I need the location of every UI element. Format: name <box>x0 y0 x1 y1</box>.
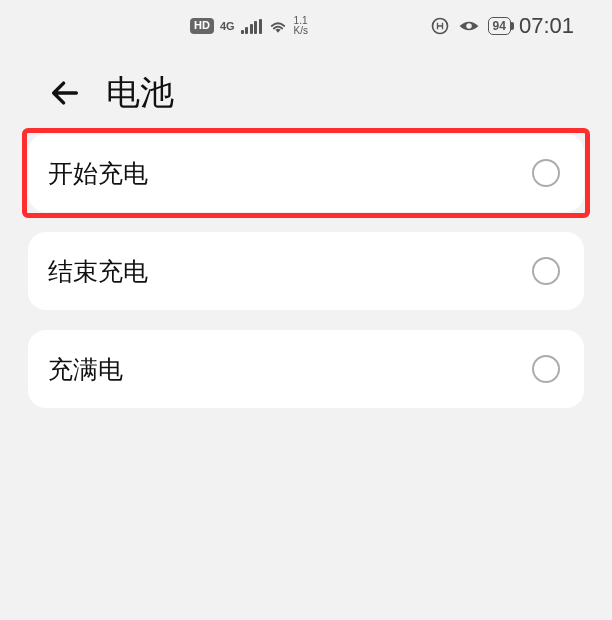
radio-unchecked-icon[interactable] <box>532 257 560 285</box>
option-end-charging[interactable]: 结束充电 <box>28 232 584 310</box>
page-header: 电池 <box>0 46 612 134</box>
eye-icon <box>458 18 480 34</box>
status-left: HD 4G 1.1 K/s <box>190 16 308 36</box>
battery-level-icon: 94 <box>488 17 511 35</box>
status-indicator-icon <box>430 16 450 36</box>
net-speed: 1.1 K/s <box>294 16 308 36</box>
page-title: 电池 <box>106 70 174 116</box>
option-label: 开始充电 <box>48 157 148 190</box>
option-start-charging[interactable]: 开始充电 <box>28 134 584 212</box>
network-type-label: 4G <box>220 20 235 32</box>
clock: 07:01 <box>519 13 574 39</box>
net-speed-unit: K/s <box>294 26 308 36</box>
option-label: 结束充电 <box>48 255 148 288</box>
svg-point-1 <box>466 23 472 29</box>
status-bar: HD 4G 1.1 K/s 94 07:01 <box>0 6 612 46</box>
wifi-icon <box>268 18 288 34</box>
back-arrow-icon[interactable] <box>48 76 82 110</box>
options-list: 开始充电 结束充电 充满电 <box>0 134 612 408</box>
status-right: 94 07:01 <box>430 13 574 39</box>
hd-badge-icon: HD <box>190 18 214 33</box>
option-fully-charged[interactable]: 充满电 <box>28 330 584 408</box>
option-label: 充满电 <box>48 353 123 386</box>
radio-unchecked-icon[interactable] <box>532 355 560 383</box>
signal-bars-icon <box>241 19 262 34</box>
radio-unchecked-icon[interactable] <box>532 159 560 187</box>
